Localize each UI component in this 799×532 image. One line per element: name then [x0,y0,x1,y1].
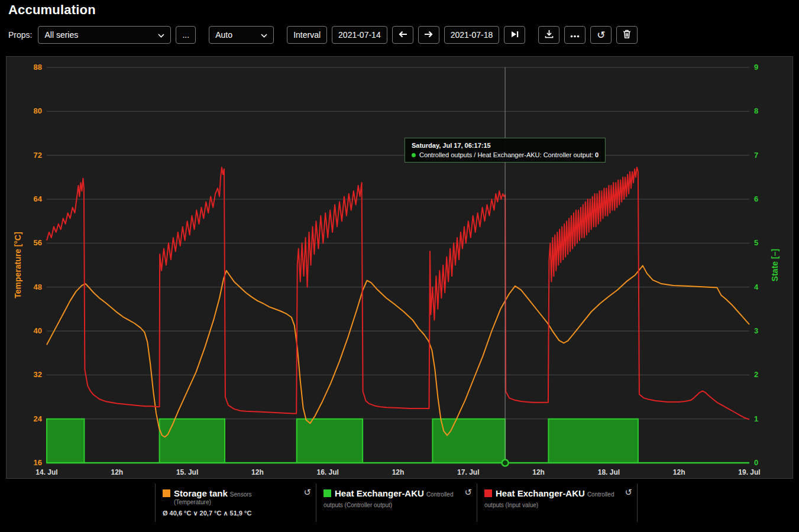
svg-text:16: 16 [34,458,42,467]
svg-text:17. Jul: 17. Jul [457,468,479,476]
tooltip-timestamp: Saturday, Jul 17, 06:17:15 [412,142,599,149]
toolbar: Props: All series ... Auto Interval 2021… [8,25,638,45]
legend-series-name: Heat Exchanger-AKU [335,488,424,498]
svg-text:7: 7 [754,151,758,160]
svg-text:18. Jul: 18. Jul [598,468,620,476]
svg-text:4: 4 [754,283,759,291]
page-title: Accumulation [8,2,791,18]
series-select-value: All series [44,30,78,40]
series-swatch [484,489,492,497]
history-icon: ↺ [597,30,605,40]
date-from-field[interactable]: 2021-07-14 [332,26,387,44]
props-label: Props: [8,30,32,40]
chart-tooltip: Saturday, Jul 17, 06:17:15 Controlled ou… [405,138,606,163]
svg-text:9: 9 [754,63,758,72]
svg-text:3: 3 [754,326,758,335]
history-button[interactable]: ↺ [590,26,612,44]
history-icon[interactable]: ↺ [625,487,632,498]
next-interval-button[interactable] [418,26,439,44]
history-icon[interactable]: ↺ [303,487,311,498]
svg-text:State [–]: State [–] [770,249,779,281]
legend-series-name: Storage tank [174,488,228,498]
next-arrow-icon [424,30,434,40]
legend-series-category: Sensors [230,491,252,498]
legend-item-heat-exchanger-output[interactable]: ↺ Heat Exchanger-AKUControlled outputs (… [316,484,477,522]
svg-text:8: 8 [754,106,758,115]
svg-text:14. Jul: 14. Jul [35,468,57,476]
svg-text:80: 80 [34,106,42,115]
trash-icon [623,30,631,40]
mode-select[interactable]: Auto [209,26,274,44]
chevron-down-icon [261,30,267,40]
tooltip-series-text: Controlled outputs / Heat Exchanger-AKU:… [419,151,593,158]
series-color-dot [412,153,416,157]
prev-interval-button[interactable] [392,26,413,44]
delete-button[interactable] [616,26,638,44]
svg-text:5: 5 [754,238,758,247]
series-more-button[interactable]: ... [176,26,196,44]
svg-text:24: 24 [34,414,43,423]
series-select[interactable]: All series [38,26,171,44]
svg-text:6: 6 [754,194,758,203]
svg-text:40: 40 [34,326,42,335]
legend-series-stats: Ø 40,6 °C ∨ 20,7 °C ∧ 51,9 °C [163,510,300,517]
series-swatch [163,489,170,497]
chart-legend: ↺ Storage tankSensors (Temperature) Ø 40… [155,484,638,522]
svg-text:32: 32 [34,370,42,379]
more-options-icon [570,30,580,40]
svg-text:12h: 12h [111,468,123,476]
svg-text:0: 0 [754,458,758,467]
chart-plot[interactable]: 16243240485664728088012345678914. Jul12h… [7,57,792,478]
svg-text:48: 48 [34,283,42,291]
chevron-down-icon [158,30,164,40]
svg-text:64: 64 [34,194,43,203]
chart-container: 16243240485664728088012345678914. Jul12h… [6,56,793,479]
history-icon[interactable]: ↺ [464,487,472,498]
svg-text:1: 1 [754,414,758,423]
svg-text:12h: 12h [673,468,685,476]
legend-series-detail: (Temperature) [174,499,300,505]
svg-text:56: 56 [34,238,42,247]
svg-text:2: 2 [754,370,758,379]
legend-item-heat-exchanger-input[interactable]: ↺ Heat Exchanger-AKUControlled outputs (… [477,484,638,522]
svg-text:19. Jul: 19. Jul [738,468,760,476]
svg-text:Temperature [°C]: Temperature [°C] [13,232,22,299]
legend-item-storage-tank[interactable]: ↺ Storage tankSensors (Temperature) Ø 40… [155,484,316,522]
download-button[interactable] [538,26,559,44]
more-options-button[interactable] [564,26,585,44]
legend-series-name: Heat Exchanger-AKU [496,488,585,498]
prev-arrow-icon [398,30,407,40]
svg-text:12h: 12h [392,468,405,476]
tooltip-value: 0 [595,151,599,158]
svg-text:12h: 12h [251,468,264,476]
svg-text:15. Jul: 15. Jul [176,468,198,476]
skip-to-end-icon [510,30,519,40]
svg-text:12h: 12h [532,468,545,476]
svg-text:72: 72 [34,151,42,160]
skip-to-end-button[interactable] [504,26,525,44]
download-icon [545,30,554,40]
interval-button[interactable]: Interval [287,26,327,44]
svg-text:16. Jul: 16. Jul [317,468,339,476]
svg-text:88: 88 [34,63,42,72]
page-header: Accumulation [0,0,799,20]
series-swatch [324,489,331,497]
mode-select-value: Auto [215,30,232,40]
date-to-field[interactable]: 2021-07-18 [444,26,500,44]
